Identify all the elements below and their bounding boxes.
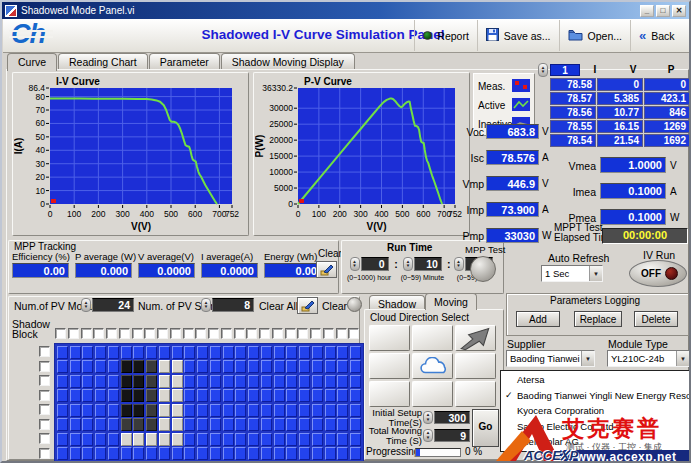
- shadow-cell[interactable]: [159, 346, 170, 359]
- shadow-cell[interactable]: [108, 447, 119, 460]
- shadow-cell[interactable]: [70, 375, 81, 388]
- mpp-clear-button[interactable]: [316, 261, 337, 278]
- shadow-cell[interactable]: [210, 447, 221, 460]
- shadow-cell[interactable]: [184, 404, 195, 417]
- minimize-button[interactable]: _: [640, 5, 654, 17]
- shadow-cell[interactable]: [172, 346, 183, 359]
- shadow-cell[interactable]: [299, 418, 310, 431]
- shadow-cell[interactable]: [286, 418, 297, 431]
- chevron-down-icon[interactable]: ▼: [676, 351, 689, 366]
- shadow-cell[interactable]: [197, 346, 208, 359]
- shadow-cell[interactable]: [108, 360, 119, 373]
- shadow-cell[interactable]: [223, 404, 234, 417]
- shadow-cell[interactable]: [95, 433, 106, 446]
- shadow-cell[interactable]: [286, 433, 297, 446]
- module-type-select[interactable]: YL210C-24b ▼: [607, 350, 690, 367]
- shadow-cell[interactable]: [95, 375, 106, 388]
- shadow-cell[interactable]: [197, 360, 208, 373]
- shadow-cell[interactable]: [184, 433, 195, 446]
- tab-shadow[interactable]: Shadow: [369, 295, 425, 310]
- shadow-cell[interactable]: [235, 389, 246, 402]
- close-button[interactable]: ✕: [672, 5, 686, 17]
- shadow-col-checkbox[interactable]: [119, 328, 130, 339]
- shadow-cell[interactable]: [108, 433, 119, 446]
- shadow-cell[interactable]: [235, 360, 246, 373]
- shadow-cell[interactable]: [121, 404, 132, 417]
- shadow-col-checkbox[interactable]: [336, 328, 347, 339]
- shadow-col-checkbox[interactable]: [183, 328, 194, 339]
- shadow-cell[interactable]: [299, 404, 310, 417]
- run-time-spinner[interactable]: ▲▼0(0~1000) hour: [347, 257, 391, 281]
- shadow-col-checkbox[interactable]: [310, 328, 321, 339]
- shadow-cell[interactable]: [286, 346, 297, 359]
- iv-data-table[interactable]: 1IVP78.580078.575.385423.178.5610.778467…: [550, 64, 690, 147]
- shadow-cell[interactable]: [274, 418, 285, 431]
- shadow-cell[interactable]: [133, 404, 144, 417]
- supplier-option[interactable]: Atersa: [501, 372, 691, 388]
- shadow-cell[interactable]: [95, 404, 106, 417]
- shadow-cell[interactable]: [172, 360, 183, 373]
- tab-moving[interactable]: Moving: [425, 293, 477, 310]
- shadow-cell[interactable]: [210, 404, 221, 417]
- shadow-col-checkbox[interactable]: [157, 328, 168, 339]
- shadow-cell[interactable]: [159, 360, 170, 373]
- shadow-cell[interactable]: [184, 389, 195, 402]
- shadow-cell[interactable]: [248, 447, 259, 460]
- report-button[interactable]: Report: [414, 20, 477, 51]
- add-button[interactable]: Add: [516, 311, 560, 327]
- shadow-cell[interactable]: [82, 346, 93, 359]
- cloud-direction-button[interactable]: [412, 325, 453, 351]
- shadow-cell[interactable]: [133, 418, 144, 431]
- shadow-cell[interactable]: [121, 375, 132, 388]
- shadow-cell[interactable]: [121, 418, 132, 431]
- total-moving-spinner[interactable]: ▲▼: [423, 429, 433, 442]
- shadow-row-checkbox[interactable]: [39, 404, 50, 415]
- chevron-down-icon[interactable]: ▼: [581, 351, 594, 366]
- shadow-cell[interactable]: [133, 360, 144, 373]
- shadow-cell[interactable]: [172, 433, 183, 446]
- shadow-cell[interactable]: [184, 447, 195, 460]
- shadow-cell[interactable]: [159, 447, 170, 460]
- shadow-cell[interactable]: [223, 346, 234, 359]
- shadow-cell[interactable]: [350, 360, 361, 373]
- shadow-cell[interactable]: [261, 360, 272, 373]
- shadow-cell[interactable]: [70, 346, 81, 359]
- shadow-cell[interactable]: [146, 433, 157, 446]
- shadow-cell[interactable]: [95, 418, 106, 431]
- shadow-row-checkbox[interactable]: [39, 375, 50, 386]
- cloud-direction-button[interactable]: [369, 381, 410, 407]
- shadow-cell[interactable]: [248, 360, 259, 373]
- shadow-cell[interactable]: [197, 375, 208, 388]
- spinner-arrows-icon[interactable]: ▲▼: [454, 257, 464, 271]
- shadow-cell[interactable]: [57, 375, 68, 388]
- shadow-cell[interactable]: [337, 360, 348, 373]
- shadow-cell[interactable]: [312, 360, 323, 373]
- shadow-cell[interactable]: [95, 447, 106, 460]
- shadow-row-checkbox[interactable]: [39, 361, 50, 372]
- spinner-arrows-icon[interactable]: ▲▼: [350, 257, 360, 271]
- shadow-cell[interactable]: [121, 360, 132, 373]
- shadow-cell[interactable]: [325, 360, 336, 373]
- shadow-cell[interactable]: [82, 389, 93, 402]
- shadow-cell[interactable]: [248, 375, 259, 388]
- shadow-cell[interactable]: [108, 389, 119, 402]
- shadow-cell[interactable]: [337, 389, 348, 402]
- shadow-col-checkbox[interactable]: [81, 328, 92, 339]
- shadow-cell[interactable]: [82, 447, 93, 460]
- shadow-col-checkbox[interactable]: [259, 328, 270, 339]
- titlebar[interactable]: Shadowed Mode Panel.vi _ □ ✕: [2, 2, 689, 19]
- shadow-cell[interactable]: [133, 433, 144, 446]
- shadow-cell[interactable]: [312, 447, 323, 460]
- shadow-col-checkbox[interactable]: [195, 328, 206, 339]
- shadow-col-checkbox[interactable]: [348, 328, 359, 339]
- clear-all-button[interactable]: [297, 297, 318, 314]
- shadow-cell[interactable]: [159, 404, 170, 417]
- shadow-cell[interactable]: [223, 360, 234, 373]
- shadow-cell[interactable]: [57, 433, 68, 446]
- shadow-cell[interactable]: [146, 346, 157, 359]
- shadow-cell[interactable]: [325, 447, 336, 460]
- shadow-col-checkbox[interactable]: [234, 328, 245, 339]
- clear-button[interactable]: [347, 297, 362, 312]
- shadow-cell[interactable]: [223, 447, 234, 460]
- shadow-cell[interactable]: [210, 418, 221, 431]
